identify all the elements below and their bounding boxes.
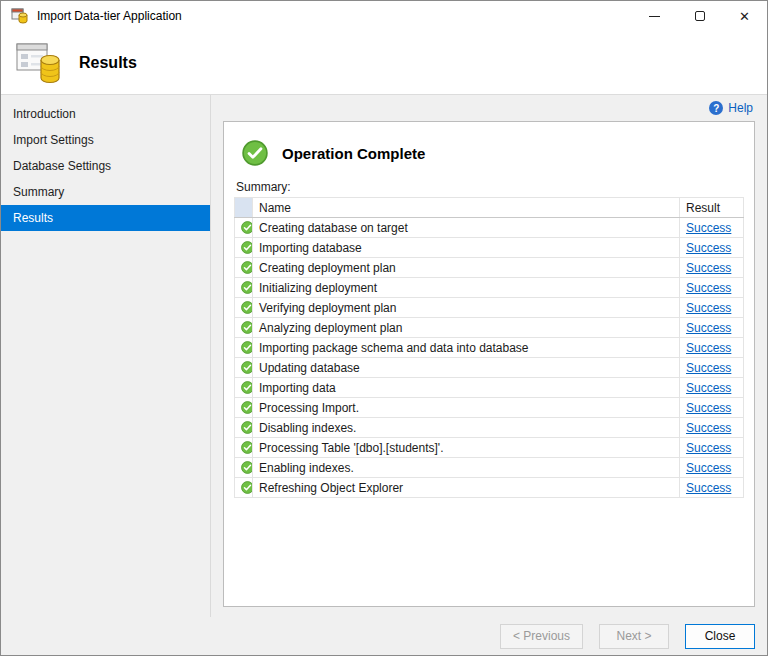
close-button[interactable]: ✕ — [722, 1, 767, 31]
summary-table-header-row: Name Result — [235, 198, 744, 218]
success-link[interactable]: Success — [686, 401, 731, 415]
summary-table: Name Result Creating database on target … — [234, 197, 744, 498]
step-success-icon — [241, 421, 253, 434]
help-label: Help — [728, 101, 753, 115]
step-success-icon — [241, 281, 253, 294]
help-icon: ? — [709, 101, 723, 115]
success-link[interactable]: Success — [686, 461, 731, 475]
summary-label: Summary: — [236, 180, 744, 194]
step-success-icon — [241, 481, 253, 494]
window-controls: ✕ — [632, 1, 767, 31]
step-success-icon — [241, 321, 253, 334]
step-success-icon — [241, 401, 253, 414]
step-name: Disabling indexes. — [253, 418, 680, 438]
step-success-icon — [241, 301, 253, 314]
app-icon — [11, 7, 29, 25]
step-name: Creating deployment plan — [253, 258, 680, 278]
success-link[interactable]: Success — [686, 221, 731, 235]
table-row: Creating deployment plan Success — [235, 258, 744, 278]
sidebar-item-database-settings[interactable]: Database Settings — [1, 153, 210, 179]
sidebar-item-summary[interactable]: Summary — [1, 179, 210, 205]
success-link[interactable]: Success — [686, 381, 731, 395]
step-success-icon — [241, 461, 253, 474]
step-name: Processing Import. — [253, 398, 680, 418]
step-success-icon — [241, 341, 253, 354]
wizard-steps: IntroductionImport SettingsDatabase Sett… — [1, 95, 211, 617]
step-name: Enabling indexes. — [253, 458, 680, 478]
sidebar-item-import-settings[interactable]: Import Settings — [1, 127, 210, 153]
status-column-header[interactable] — [235, 198, 253, 218]
success-link[interactable]: Success — [686, 301, 731, 315]
minimize-button[interactable] — [632, 1, 677, 31]
step-name: Refreshing Object Explorer — [253, 478, 680, 498]
step-name: Updating database — [253, 358, 680, 378]
step-name: Importing database — [253, 238, 680, 258]
table-row: Verifying deployment plan Success — [235, 298, 744, 318]
operation-status: Operation Complete — [234, 136, 744, 178]
step-success-icon — [241, 441, 253, 454]
success-link[interactable]: Success — [686, 321, 731, 335]
close-wizard-button[interactable]: Close — [685, 624, 755, 649]
sidebar-item-introduction[interactable]: Introduction — [1, 101, 210, 127]
titlebar: Import Data-tier Application ✕ — [1, 1, 767, 31]
success-link[interactable]: Success — [686, 361, 731, 375]
table-row: Processing Table '[dbo].[students]'. Suc… — [235, 438, 744, 458]
success-link[interactable]: Success — [686, 481, 731, 495]
data-tier-application-icon — [15, 40, 65, 86]
step-name: Importing package schema and data into d… — [253, 338, 680, 358]
next-button[interactable]: Next > — [599, 624, 669, 649]
table-row: Initializing deployment Success — [235, 278, 744, 298]
success-link[interactable]: Success — [686, 441, 731, 455]
success-link[interactable]: Success — [686, 241, 731, 255]
help-link[interactable]: ? Help — [709, 101, 753, 115]
table-row: Refreshing Object Explorer Success — [235, 478, 744, 498]
window-title: Import Data-tier Application — [37, 9, 182, 23]
table-row: Importing package schema and data into d… — [235, 338, 744, 358]
table-row: Importing data Success — [235, 378, 744, 398]
maximize-icon — [695, 11, 705, 21]
step-success-icon — [241, 381, 253, 394]
success-link[interactable]: Success — [686, 341, 731, 355]
maximize-button[interactable] — [677, 1, 722, 31]
step-success-icon — [241, 261, 253, 274]
step-name: Analyzing deployment plan — [253, 318, 680, 338]
operation-status-title: Operation Complete — [282, 145, 425, 162]
success-link[interactable]: Success — [686, 281, 731, 295]
previous-button[interactable]: < Previous — [500, 624, 583, 649]
page-title: Results — [79, 54, 137, 72]
step-name: Initializing deployment — [253, 278, 680, 298]
step-name: Creating database on target — [253, 218, 680, 238]
name-column-header[interactable]: Name — [253, 198, 680, 218]
operation-success-icon — [242, 140, 268, 166]
step-name: Importing data — [253, 378, 680, 398]
main-content: ? Help Operation Complete Summary: — [211, 95, 767, 617]
table-row: Updating database Success — [235, 358, 744, 378]
summary-table-body: Creating database on target Success Impo… — [235, 218, 744, 498]
wizard-footer: < Previous Next > Close — [1, 617, 767, 655]
result-column-header[interactable]: Result — [680, 198, 744, 218]
step-success-icon — [241, 221, 253, 234]
success-link[interactable]: Success — [686, 421, 731, 435]
close-icon: ✕ — [739, 10, 750, 23]
minimize-icon — [649, 16, 660, 17]
success-link[interactable]: Success — [686, 261, 731, 275]
step-name: Processing Table '[dbo].[students]'. — [253, 438, 680, 458]
table-row: Enabling indexes. Success — [235, 458, 744, 478]
results-panel: Operation Complete Summary: Name Result — [223, 121, 755, 607]
table-row: Processing Import. Success — [235, 398, 744, 418]
step-success-icon — [241, 361, 253, 374]
step-success-icon — [241, 241, 253, 254]
table-row: Analyzing deployment plan Success — [235, 318, 744, 338]
table-row: Disabling indexes. Success — [235, 418, 744, 438]
import-data-tier-application-window: Import Data-tier Application ✕ Results I… — [0, 0, 768, 656]
wizard-header: Results — [1, 31, 767, 95]
sidebar-item-results[interactable]: Results — [1, 205, 210, 231]
table-row: Importing database Success — [235, 238, 744, 258]
table-row: Creating database on target Success — [235, 218, 744, 238]
step-name: Verifying deployment plan — [253, 298, 680, 318]
